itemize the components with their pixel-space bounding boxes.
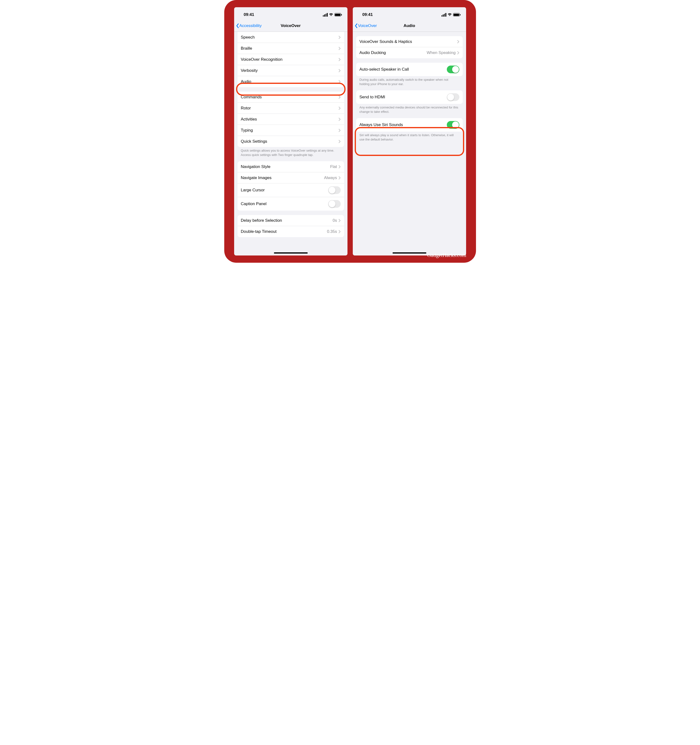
- group-audio-2: Auto-select Speaker in Call: [356, 63, 463, 76]
- group-audio-1: VoiceOver Sounds & Haptics Audio Ducking…: [356, 36, 463, 58]
- group3-footer: Any externally connected media devices s…: [353, 104, 466, 114]
- chevron-right-icon: [339, 129, 341, 132]
- row-typing[interactable]: Typing: [237, 125, 344, 136]
- row-navigation-style[interactable]: Navigation Style Flat: [237, 161, 344, 172]
- group-audio-4: Always Use Siri Sounds: [356, 118, 463, 132]
- home-indicator: [274, 252, 308, 254]
- row-delay-before-selection[interactable]: Delay before Selection 0s: [237, 215, 344, 226]
- send-to-hdmi-toggle[interactable]: [447, 93, 459, 101]
- row-rotor[interactable]: Rotor: [237, 103, 344, 114]
- home-indicator: [393, 252, 426, 254]
- auto-select-speaker-toggle[interactable]: [447, 66, 459, 73]
- chevron-right-icon: [457, 40, 459, 43]
- row-activities[interactable]: Activities: [237, 114, 344, 125]
- status-time: 09:41: [363, 12, 373, 17]
- chevron-right-icon: [339, 96, 341, 99]
- row-quick-settings[interactable]: Quick Settings: [237, 136, 344, 147]
- chevron-right-icon: [339, 140, 341, 143]
- chevron-right-icon: [339, 80, 341, 84]
- group2-footer: During audio calls, automatically switch…: [353, 76, 466, 86]
- phone-left-voiceover: 09:41 Accessibility VoiceOver Speech: [234, 7, 348, 256]
- back-button[interactable]: Accessibility: [236, 23, 262, 28]
- row-audio-ducking[interactable]: Audio Ducking When Speaking: [356, 47, 463, 58]
- group-audio-3: Send to HDMI: [356, 90, 463, 104]
- cellular-signal-icon: [442, 13, 446, 16]
- chevron-left-icon: [355, 23, 358, 28]
- row-sounds-haptics[interactable]: VoiceOver Sounds & Haptics: [356, 36, 463, 47]
- nav-bar: Accessibility VoiceOver: [234, 20, 348, 32]
- status-icons: [323, 13, 341, 16]
- back-label: Accessibility: [240, 23, 262, 28]
- chevron-right-icon: [339, 69, 341, 72]
- row-caption-panel: Caption Panel: [237, 197, 344, 211]
- siri-sounds-toggle[interactable]: [447, 121, 459, 129]
- status-icons: [442, 13, 460, 16]
- row-verbosity[interactable]: Verbosity: [237, 65, 344, 76]
- status-bar: 09:41: [234, 7, 348, 20]
- status-time: 09:41: [244, 12, 254, 17]
- group-voiceover-2: Commands Rotor Activities Typing: [237, 91, 344, 147]
- battery-icon: [334, 13, 341, 16]
- chevron-right-icon: [457, 51, 459, 54]
- caption-panel-toggle[interactable]: [328, 200, 341, 208]
- row-always-use-siri-sounds: Always Use Siri Sounds: [356, 118, 463, 132]
- wifi-icon: [329, 13, 333, 16]
- row-voiceover-recognition[interactable]: VoiceOver Recognition: [237, 54, 344, 65]
- row-commands[interactable]: Commands: [237, 91, 344, 103]
- row-double-tap-timeout[interactable]: Double-tap Timeout 0.35s: [237, 226, 344, 237]
- row-auto-select-speaker: Auto-select Speaker in Call: [356, 63, 463, 76]
- chevron-right-icon: [339, 58, 341, 61]
- group4-footer: Siri will always play a sound when it st…: [353, 132, 466, 142]
- chevron-right-icon: [339, 230, 341, 233]
- battery-icon: [453, 13, 460, 16]
- large-cursor-toggle[interactable]: [328, 186, 341, 194]
- wifi-icon: [448, 13, 452, 16]
- chevron-right-icon: [339, 219, 341, 222]
- row-audio[interactable]: Audio: [237, 76, 344, 87]
- row-send-to-hdmi: Send to HDMI: [356, 90, 463, 104]
- phone-right-audio: 09:41 VoiceOver Audio VoiceOver Sounds &: [353, 7, 466, 256]
- group-voiceover-3: Navigation Style Flat Navigate Images Al…: [237, 161, 344, 211]
- watermark: GadgetHacks.com: [427, 252, 466, 258]
- group-voiceover-4: Delay before Selection 0s Double-tap Tim…: [237, 215, 344, 237]
- group-voiceover-1: Speech Braille VoiceOver Recognition Ver…: [237, 32, 344, 87]
- row-braille[interactable]: Braille: [237, 43, 344, 54]
- back-label: VoiceOver: [358, 23, 377, 28]
- chevron-right-icon: [339, 118, 341, 121]
- cellular-signal-icon: [323, 13, 328, 16]
- back-button[interactable]: VoiceOver: [355, 23, 377, 28]
- row-navigate-images[interactable]: Navigate Images Always: [237, 172, 344, 183]
- row-large-cursor: Large Cursor: [237, 183, 344, 197]
- row-speech[interactable]: Speech: [237, 32, 344, 43]
- chevron-right-icon: [339, 47, 341, 50]
- nav-bar: VoiceOver Audio: [353, 20, 466, 32]
- chevron-right-icon: [339, 165, 341, 169]
- chevron-right-icon: [339, 176, 341, 180]
- chevron-left-icon: [236, 23, 240, 28]
- group2-footer: Quick settings allows you to access Voic…: [234, 147, 348, 157]
- status-bar: 09:41: [353, 7, 466, 20]
- chevron-right-icon: [339, 106, 341, 110]
- chevron-right-icon: [339, 36, 341, 39]
